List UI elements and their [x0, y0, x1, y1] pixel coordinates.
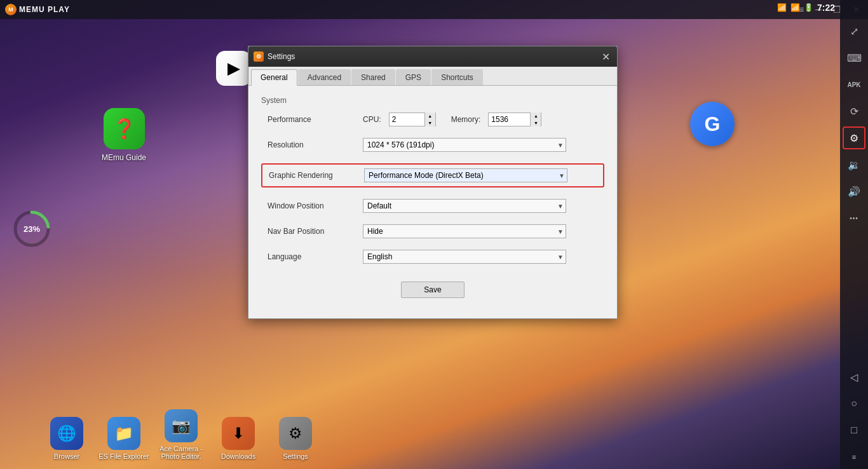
tab-shortcuts[interactable]: Shortcuts	[431, 69, 483, 85]
rotate-button[interactable]: ⟳	[843, 100, 865, 123]
ace-camera-icon[interactable]: 📷 Ace Camera - Photo Editor,	[153, 407, 210, 463]
downloads-label: Downloads	[221, 452, 255, 460]
volume-down-button[interactable]: 🔉	[843, 153, 865, 176]
performance-label: Performance	[268, 115, 363, 124]
performance-controls: CPU: ▲ ▼ Memory: ▲ ▼	[363, 112, 598, 126]
window-position-row: Window Position Default Center Custom ▼	[261, 199, 604, 213]
app-title: MEMU PLAY	[19, 5, 70, 14]
memu-logo: M MEMU PLAY	[5, 4, 70, 15]
es-explorer-label: ES File Explorer	[98, 452, 149, 460]
top-bar-left: M MEMU PLAY	[5, 4, 70, 15]
desktop-icons-bottom: 🌐 Browser 📁 ES File Explorer 📷 Ace Camer…	[0, 393, 840, 469]
memory-input[interactable]	[489, 113, 530, 126]
dialog-close-button[interactable]: ✕	[599, 50, 612, 63]
g-icon[interactable]: G	[690, 102, 735, 146]
apk-button[interactable]: APK	[843, 73, 865, 96]
top-bar: M MEMU PLAY ≡ ─ ❐ ✕	[0, 0, 868, 19]
language-select-wrap: English Chinese Japanese Korean Spanish …	[363, 250, 566, 264]
es-explorer-image: 📁	[107, 417, 140, 450]
battery-icon: 🔋	[804, 3, 813, 12]
right-sidebar: ⤢ ⌨ APK ⟳ ⚙ 🔉 🔊 ••• ◁ ○ □ ≡	[840, 0, 868, 469]
settings-app-image: ⚙	[279, 417, 312, 450]
dialog-title-left: ⚙ Settings	[254, 51, 295, 62]
nav-bar-label: Nav Bar Position	[268, 227, 363, 236]
memu-guide-image: ❓	[104, 108, 145, 149]
cpu-input[interactable]	[390, 113, 424, 126]
tab-general[interactable]: General	[251, 69, 297, 86]
more-button[interactable]: •••	[843, 207, 865, 229]
tab-shared[interactable]: Shared	[351, 69, 395, 85]
progress-circle: 23%	[13, 210, 51, 248]
language-select[interactable]: English Chinese Japanese Korean Spanish	[363, 250, 566, 264]
window-position-controls: Default Center Custom ▼	[363, 199, 598, 213]
cpu-spinner[interactable]: ▲ ▼	[389, 112, 436, 126]
dialog-title-text: Settings	[268, 52, 295, 61]
window-position-select-wrap: Default Center Custom ▼	[363, 199, 566, 213]
memory-increment[interactable]: ▲	[531, 112, 541, 119]
window-position-select[interactable]: Default Center Custom	[363, 199, 566, 213]
cpu-label: CPU:	[363, 115, 381, 124]
ace-camera-label: Ace Camera - Photo Editor,	[155, 445, 207, 460]
tab-advanced[interactable]: Advanced	[298, 69, 351, 85]
resolution-controls: 1024 * 576 (191dpi) 1280 * 720 (240dpi) …	[363, 138, 598, 152]
graphic-rendering-select[interactable]: Performance Mode (DirectX Beta) DirectX …	[364, 168, 567, 182]
resolution-label: Resolution	[268, 140, 363, 149]
cpu-spin-buttons: ▲ ▼	[424, 112, 435, 126]
language-row: Language English Chinese Japanese Korean…	[261, 250, 604, 264]
back-button[interactable]: ◁	[843, 365, 865, 388]
memu-guide-icon[interactable]: ❓ MEmu Guide	[102, 108, 146, 162]
settings-app-icon[interactable]: ⚙ Settings	[267, 414, 324, 463]
save-button-wrap: Save	[261, 275, 604, 308]
memory-spinner[interactable]: ▲ ▼	[488, 112, 541, 126]
clock: 7:22	[817, 3, 835, 13]
nav-bar-select[interactable]: Hide Bottom Left Right	[363, 224, 566, 238]
home-button[interactable]: ○	[843, 392, 865, 415]
keyboard-button[interactable]: ⌨	[843, 46, 865, 69]
es-explorer-icon[interactable]: 📁 ES File Explorer	[95, 414, 153, 463]
performance-row: Performance CPU: ▲ ▼ Memory: ▲ ▼	[261, 112, 604, 126]
downloads-image: ⬇	[222, 417, 255, 450]
resolution-select[interactable]: 1024 * 576 (191dpi) 1280 * 720 (240dpi) …	[363, 138, 566, 152]
settings-dialog: ⚙ Settings ✕ General Advanced Shared GPS…	[248, 46, 618, 319]
settings-sidebar-button[interactable]: ⚙	[843, 126, 865, 149]
graphic-rendering-controls: Performance Mode (DirectX Beta) DirectX …	[364, 168, 597, 182]
cpu-decrement[interactable]: ▼	[425, 119, 435, 126]
nav-bar-select-wrap: Hide Bottom Left Right ▼	[363, 224, 566, 238]
language-label: Language	[268, 252, 363, 261]
nav-bar-row: Nav Bar Position Hide Bottom Left Right …	[261, 224, 604, 238]
list-button[interactable]: ≡	[843, 445, 865, 468]
logo-icon: M	[5, 4, 17, 15]
tab-gps[interactable]: GPS	[396, 69, 431, 85]
ace-camera-image: 📷	[165, 409, 198, 442]
save-button[interactable]: Save	[401, 282, 465, 298]
memory-label: Memory:	[451, 115, 481, 124]
system-tray: 📶 📶 🔋 7:22	[777, 3, 835, 13]
memu-guide-label: MEmu Guide	[102, 153, 146, 162]
memory-decrement[interactable]: ▼	[531, 119, 541, 126]
section-label: System	[261, 96, 604, 105]
memory-spin-buttons: ▲ ▼	[530, 112, 541, 126]
language-controls: English Chinese Japanese Korean Spanish …	[363, 250, 598, 264]
nav-bar-controls: Hide Bottom Left Right ▼	[363, 224, 598, 238]
graphic-rendering-label: Graphic Rendering	[269, 171, 364, 180]
browser-label: Browser	[54, 452, 79, 460]
window-position-label: Window Position	[268, 201, 363, 210]
dialog-content: System Performance CPU: ▲ ▼ Memory: ▲	[248, 86, 617, 318]
volume-up-button[interactable]: 🔊	[843, 180, 865, 203]
downloads-icon[interactable]: ⬇ Downloads	[210, 414, 267, 463]
play-store-icon[interactable]: ▶	[216, 51, 251, 86]
graphic-rendering-row: Graphic Rendering Performance Mode (Dire…	[261, 163, 604, 187]
browser-icon[interactable]: 🌐 Browser	[38, 414, 95, 463]
browser-image: 🌐	[50, 417, 83, 450]
graphic-rendering-select-wrap: Performance Mode (DirectX Beta) DirectX …	[364, 168, 567, 182]
svg-text:23%: 23%	[24, 224, 40, 234]
play-store-image: ▶	[216, 51, 251, 86]
cpu-increment[interactable]: ▲	[425, 112, 435, 119]
settings-app-label: Settings	[283, 452, 308, 460]
recent-button[interactable]: □	[843, 419, 865, 442]
resolution-select-wrap: 1024 * 576 (191dpi) 1280 * 720 (240dpi) …	[363, 138, 566, 152]
expand-button[interactable]: ⤢	[843, 20, 865, 43]
dialog-title-icon: ⚙	[254, 51, 264, 62]
wifi-icon: 📶	[777, 3, 787, 12]
dialog-titlebar: ⚙ Settings ✕	[248, 46, 617, 67]
